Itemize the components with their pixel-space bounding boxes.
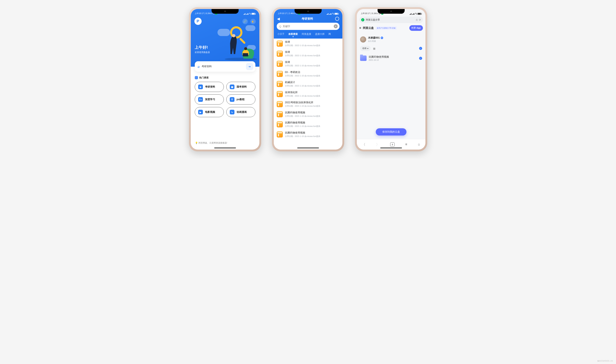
app-logo[interactable]: P	[194, 18, 202, 25]
svg-rect-3	[243, 53, 248, 56]
result-row[interactable]: 抗菌药物使用视频分享日期：2022-1-10 由-niceso.fun提供	[274, 119, 342, 129]
folder-icon: ▣	[230, 85, 235, 89]
result-row[interactable]: 03 - 考研政治分享日期：2022-1-10 由-niceso.fun提供	[274, 69, 342, 79]
history-icon[interactable]: ◐	[250, 19, 256, 24]
tab-pansoudashi[interactable]: 盘搜大师	[315, 32, 324, 37]
result-name: 03 - 考研政治	[285, 71, 339, 74]
chip-kaoyan[interactable]: ≣考研资料	[195, 82, 224, 92]
hero-illustration	[217, 25, 257, 61]
bulb-icon: 💡	[195, 142, 198, 144]
signal-icon-2	[329, 13, 331, 15]
screen-2: 上午10:17 | 2.4K/s ◀ 考研资料 Q ✕	[274, 9, 342, 150]
expire-label: 永久有效	[368, 40, 383, 42]
notch	[211, 9, 238, 14]
share-icon[interactable]: 🔗	[242, 19, 248, 24]
result-row[interactable]: 徐涛分享日期：2022-1-10 由-niceso.fun提供	[274, 59, 342, 69]
phone-frame-2: 上午10:17 | 2.4K/s ◀ 考研资料 Q ✕	[272, 7, 344, 151]
notch	[378, 9, 405, 14]
chevron-down-icon: ▾	[367, 47, 368, 50]
menu-icon[interactable]: ≡	[359, 26, 361, 30]
file-date: 2021-10-12	[369, 59, 417, 61]
open-app-button[interactable]: 打开 App	[409, 25, 423, 31]
zip-file-icon	[277, 81, 283, 87]
search-bar[interactable]: Q ✕	[277, 23, 339, 30]
result-row[interactable]: 2022考研政治徐涛强化班分享日期：2022-1-10 由-niceso.fun…	[274, 99, 342, 109]
result-name: 徐涛	[285, 61, 339, 64]
bookmark-icon[interactable]: ⎙	[416, 18, 418, 21]
sort-button[interactable]: 名称▾	[360, 46, 371, 51]
signal-icon-2	[412, 13, 414, 15]
hot-title: 热门搜索	[199, 76, 209, 79]
zip-file-icon	[277, 101, 283, 107]
search-go-button[interactable]: ➜	[246, 63, 253, 70]
file-check[interactable]: ✓	[419, 57, 422, 60]
hot-chips: ≣考研资料 ▣国考资料 T≡深度学习 ⠿ps教程 ▶电影视频 ∿动画漫画	[195, 82, 255, 117]
browser-url-bar[interactable]: ✓ 阿里云盘分享 ⎙ ⟳	[359, 17, 423, 23]
result-row[interactable]: 徐涛分享日期：2022-1-10 由-niceso.fun提供	[274, 39, 342, 49]
result-row[interactable]: 抗菌药物使用视频分享日期：2022-1-10 由-niceso.fun提供	[274, 129, 342, 140]
result-meta: 分享日期：2022-1-10 由-niceso.fun提供	[285, 115, 339, 117]
people-illustration	[217, 25, 257, 61]
chip-deeplearn[interactable]: T≡深度学习	[195, 94, 224, 104]
grid-view-icon[interactable]: ▦	[373, 47, 375, 50]
chip-anime[interactable]: ∿动画漫画	[226, 107, 255, 117]
nav-back-icon[interactable]: 〈	[362, 142, 365, 147]
battery-icon	[418, 13, 421, 15]
nav-home-icon[interactable]: ⌂	[418, 143, 420, 146]
zip-file-icon	[277, 121, 283, 127]
results-list[interactable]: 徐涛分享日期：2022-1-10 由-niceso.fun提供徐涛分享日期：20…	[274, 39, 342, 150]
chip-movie[interactable]: ▶电影视频	[195, 107, 224, 117]
zip-file-icon	[277, 91, 283, 97]
result-meta: 分享日期：2022-1-10 由-niceso.fun提供	[285, 64, 339, 67]
select-all-check[interactable]: ✓	[419, 47, 422, 50]
source-tabs: 小贝子 奈斯搜索 阿里盘搜 盘搜大师 网	[274, 32, 342, 39]
clear-icon[interactable]: ✕	[334, 24, 338, 28]
greeting-title: 上午好!	[195, 45, 210, 50]
result-meta: 分享日期：2022-1-10 由-niceso.fun提供	[285, 125, 339, 128]
chip-ps[interactable]: ⠿ps教程	[226, 94, 255, 104]
signal-icon	[326, 13, 328, 15]
history-icon[interactable]	[335, 17, 339, 21]
tab-more[interactable]: 网	[328, 32, 331, 37]
result-row[interactable]: 机械设计分享日期：2022-1-10 由-niceso.fun提供	[274, 79, 342, 89]
keyboard-icon: ⠿	[230, 97, 235, 102]
shield-icon: ✓	[361, 18, 364, 21]
save-to-drive-button[interactable]: 保存到我的云盘	[376, 128, 406, 135]
search-icon: ⌕	[198, 65, 200, 69]
result-row[interactable]: 徐涛强化班分享日期：2022-1-10 由-niceso.fun提供	[274, 89, 342, 99]
nav-forward-icon[interactable]: 〉	[376, 142, 379, 147]
search-bar[interactable]: ⌕ ➜	[195, 61, 255, 72]
result-name: 抗菌药物使用视频	[285, 111, 339, 114]
search-input[interactable]	[202, 65, 246, 68]
folder-icon	[360, 55, 366, 61]
vip-badge-icon: ✦	[381, 37, 383, 39]
battery-icon	[335, 13, 338, 15]
wifi-icon	[332, 13, 334, 15]
chip-guokao[interactable]: ▣国考资料	[226, 82, 255, 92]
search-icon: Q	[279, 25, 281, 28]
nav-menu-icon[interactable]: ≡	[405, 143, 407, 146]
tab-alipansou[interactable]: 阿里盘搜	[302, 32, 311, 37]
refresh-icon[interactable]: ⟳	[419, 18, 421, 21]
list-toolbar: 名称▾ ▦ ✓	[360, 46, 422, 51]
result-name: 徐涛强化班	[285, 91, 339, 94]
tab-xiaobeizi[interactable]: 小贝子	[277, 32, 284, 37]
zip-file-icon	[277, 131, 283, 138]
video-icon: ▶	[198, 110, 203, 115]
result-row[interactable]: 抗菌药物使用视频分享日期：2022-1-10 由-niceso.fun提供	[274, 109, 342, 119]
footer-tip: 💡阿里网盘、百度网资源搜索器!	[195, 142, 227, 144]
back-button[interactable]: ◀	[277, 17, 280, 21]
screen-3: 上午10:17 | 5.1K/s ✓ 阿里云盘分享 ⎙ ⟳ ≡ 阿里云盘 新用户…	[357, 9, 425, 150]
url-title: 阿里云盘分享	[366, 18, 380, 21]
hero-section: 上午10:17 | 0.2K/s P 🔗 ◐	[191, 9, 259, 67]
status-time: 上午10:17 | 2.4K/s	[278, 12, 295, 15]
search-input[interactable]	[283, 25, 332, 28]
promo-badge: 新用户注册领 1TB 容量	[376, 26, 397, 30]
home-indicator	[214, 148, 236, 148]
tab-naisi[interactable]: 奈斯搜索	[288, 32, 298, 37]
nav-tabs-button[interactable]: 3	[390, 142, 394, 147]
file-row[interactable]: 抗菌药物使用视频 2021-10-12 ✓	[360, 55, 422, 61]
result-row[interactable]: 徐涛分享日期：2022-1-10 由-niceso.fun提供	[274, 49, 342, 59]
signal-icon-2	[246, 13, 248, 15]
doc-icon: ≣	[198, 85, 203, 89]
